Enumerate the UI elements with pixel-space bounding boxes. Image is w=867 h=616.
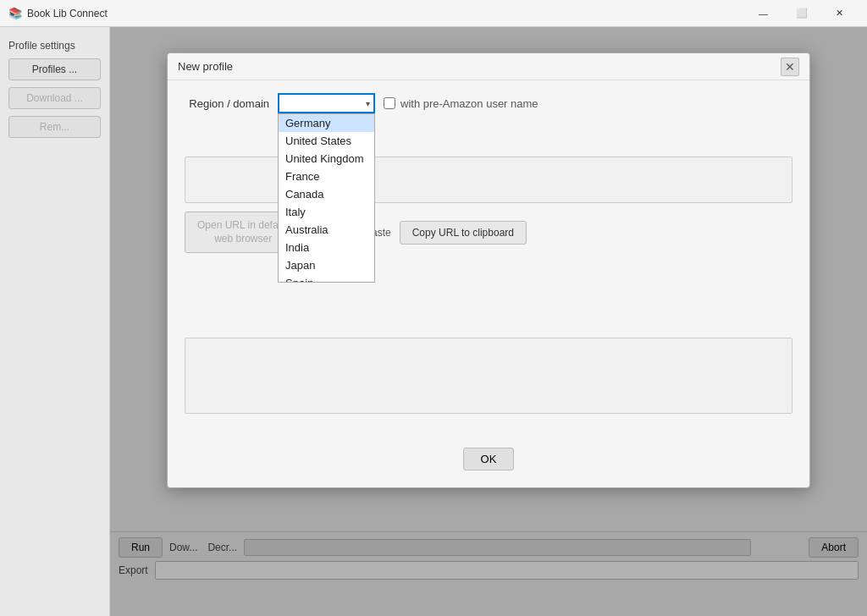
modal-footer: OK xyxy=(168,448,809,470)
modal-close-button[interactable]: ✕ xyxy=(781,58,799,76)
title-bar-left: 📚 Book Lib Connect xyxy=(8,7,108,20)
remove-button[interactable]: Rem... xyxy=(8,116,101,138)
output-text-area xyxy=(185,338,792,414)
dropdown-item-united-kingdom[interactable]: United Kingdom xyxy=(279,150,374,168)
dropdown-item-italy[interactable]: Italy xyxy=(279,203,374,221)
dropdown-item-spain[interactable]: Spain xyxy=(279,274,374,283)
dropdown-item-australia[interactable]: Australia xyxy=(279,221,374,239)
profiles-button[interactable]: Profiles ... xyxy=(8,58,101,80)
dropdown-item-india[interactable]: India xyxy=(279,239,374,256)
minimize-button[interactable]: — xyxy=(744,0,782,27)
modal-titlebar: New profile ✕ xyxy=(168,53,809,80)
new-profile-modal: New profile ✕ Region / domain ▾ Germ xyxy=(167,52,810,488)
dropdown-item-france[interactable]: France xyxy=(279,168,374,185)
spacer-area xyxy=(185,261,792,338)
copy-url-button[interactable]: Copy URL to clipboard xyxy=(400,221,527,245)
region-select[interactable]: ▾ xyxy=(278,93,375,113)
region-field-row: Region / domain ▾ Germany United States … xyxy=(185,93,792,113)
dropdown-item-japan[interactable]: Japan xyxy=(279,256,374,274)
main-content: New profile ✕ Region / domain ▾ Germ xyxy=(110,27,867,616)
app-body: Profile settings Profiles ... Download .… xyxy=(0,27,867,616)
pre-amazon-checkbox-label: with pre-Amazon user name xyxy=(400,97,538,110)
region-label: Region / domain xyxy=(185,97,269,110)
region-select-container: ▾ Germany United States United Kingdom F… xyxy=(278,93,375,113)
dropdown-item-germany[interactable]: Germany xyxy=(279,114,374,132)
app-title: Book Lib Connect xyxy=(27,8,108,19)
modal-title: New profile xyxy=(178,60,233,73)
sidebar: Profile settings Profiles ... Download .… xyxy=(0,27,110,616)
region-dropdown-list: Germany United States United Kingdom Fra… xyxy=(278,113,375,283)
open-url-label: Open URL in defaultweb browser xyxy=(197,219,289,245)
pre-amazon-checkbox[interactable] xyxy=(384,97,395,109)
title-bar: 📚 Book Lib Connect — ⬜ ✕ xyxy=(0,0,867,27)
title-bar-controls: — ⬜ ✕ xyxy=(744,0,859,27)
login-text-area xyxy=(185,157,792,203)
copy-section: Open URL in defaultweb browser or copy a… xyxy=(185,212,792,253)
app-icon: 📚 xyxy=(8,7,22,20)
dropdown-item-canada[interactable]: Canada xyxy=(279,185,374,203)
dropdown-item-united-states[interactable]: United States xyxy=(279,132,374,150)
create-login-row: Create login xyxy=(185,126,792,148)
chevron-down-icon: ▾ xyxy=(366,99,370,108)
sidebar-settings-label: Profile settings xyxy=(8,40,101,52)
modal-body: Region / domain ▾ Germany United States … xyxy=(168,80,809,435)
ok-button[interactable]: OK xyxy=(463,448,515,470)
maximize-button[interactable]: ⬜ xyxy=(782,0,820,27)
download-button[interactable]: Download ... xyxy=(8,87,101,109)
pre-amazon-checkbox-row: with pre-Amazon user name xyxy=(384,97,538,110)
close-button[interactable]: ✕ xyxy=(820,0,859,27)
